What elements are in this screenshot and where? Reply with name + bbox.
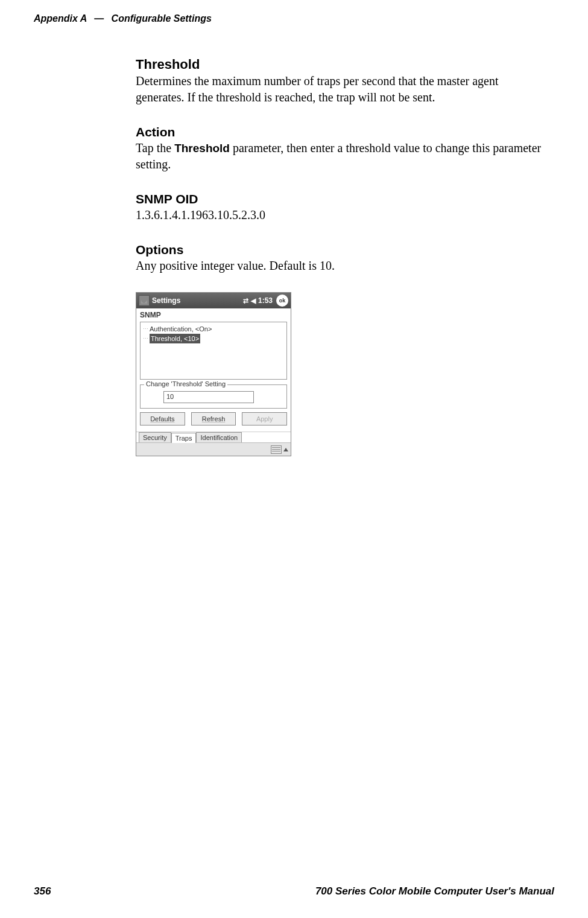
tree-item-label: Authentication, <On>	[150, 324, 212, 334]
threshold-body: Determines the maximum number of traps p…	[136, 73, 546, 106]
tree-item-label: Threshold, <10>	[150, 334, 200, 343]
page-footer: 356 700 Series Color Mobile Computer Use…	[34, 885, 554, 897]
tree-view[interactable]: ⋯ Authentication, <On> ⋯ Threshold, <10>	[140, 322, 287, 380]
defaults-button[interactable]: Defaults	[140, 412, 185, 426]
tab-traps[interactable]: Traps	[171, 433, 197, 443]
window-title: Settings	[152, 296, 180, 305]
action-pre: Tap the	[136, 141, 174, 155]
sip-arrow-icon[interactable]	[283, 448, 288, 451]
snmp-oid-value: 1.3.6.1.4.1.1963.10.5.2.3.0	[136, 207, 546, 223]
tab-identification[interactable]: Identification	[196, 432, 242, 442]
tab-security[interactable]: Security	[139, 432, 171, 442]
options-title: Options	[136, 243, 546, 257]
keyboard-icon[interactable]	[271, 445, 282, 454]
window-titlebar: Settings ⇄ ◀ 1:53 ok	[136, 293, 291, 308]
page-number: 356	[34, 885, 51, 897]
ok-button[interactable]: ok	[276, 295, 288, 307]
sip-bar	[136, 442, 291, 456]
action-body: Tap the Threshold parameter, then enter …	[136, 140, 546, 173]
page-header: Appendix A — Configurable Settings	[34, 13, 212, 24]
group-label: Change 'Threshold' Setting	[144, 380, 227, 387]
action-bold: Threshold	[174, 142, 230, 155]
snmp-oid-title: SNMP OID	[136, 192, 546, 206]
refresh-button[interactable]: Refresh	[191, 412, 236, 426]
options-body: Any positive integer value. Default is 1…	[136, 258, 546, 274]
connectivity-icon[interactable]: ⇄	[243, 297, 248, 305]
threshold-input[interactable]: 10	[163, 391, 254, 403]
apply-button: Apply	[242, 412, 287, 426]
header-separator: —	[94, 13, 104, 24]
change-threshold-group: Change 'Threshold' Setting 10	[140, 384, 287, 409]
header-title: Configurable Settings	[112, 13, 212, 24]
header-appendix: Appendix A	[34, 13, 87, 24]
tab-strip: Security Traps Identification	[136, 432, 291, 442]
speaker-icon[interactable]: ◀	[251, 297, 256, 305]
clock-text: 1:53	[258, 296, 273, 305]
content-area: Threshold Determines the maximum number …	[136, 48, 546, 456]
manual-title: 700 Series Color Mobile Computer User's …	[315, 885, 554, 897]
action-title: Action	[136, 125, 546, 139]
tree-item-authentication[interactable]: ⋯ Authentication, <On>	[143, 324, 284, 334]
tree-item-threshold[interactable]: ⋯ Threshold, <10>	[143, 334, 284, 343]
device-screenshot: Settings ⇄ ◀ 1:53 ok SNMP ⋯ Authenticati…	[136, 292, 291, 456]
app-title: SNMP	[136, 308, 291, 320]
threshold-title: Threshold	[136, 57, 546, 72]
start-icon[interactable]	[139, 295, 150, 306]
